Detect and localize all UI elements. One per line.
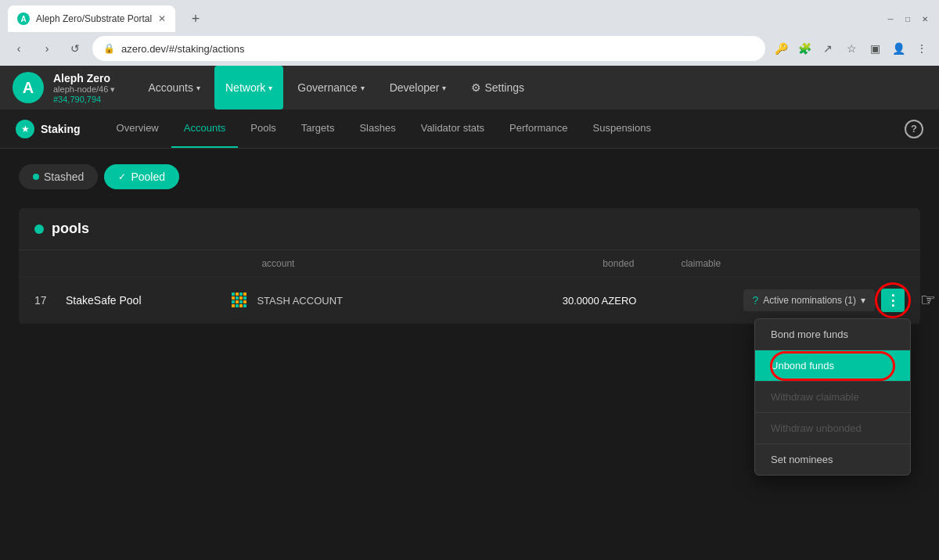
staking-nav: ★ Staking Overview Accounts Pools Target… bbox=[0, 109, 939, 149]
pooled-check: ✓ bbox=[118, 171, 126, 182]
svg-rect-10 bbox=[239, 300, 243, 303]
url-text: azero.dev/#/staking/actions bbox=[121, 43, 754, 55]
svg-rect-2 bbox=[239, 293, 243, 296]
refresh-button[interactable]: ↺ bbox=[64, 38, 86, 59]
svg-rect-4 bbox=[232, 296, 235, 300]
account-info: Aleph Zero aleph-node/46 ▾ #34,790,794 bbox=[53, 72, 115, 104]
account-sub[interactable]: aleph-node/46 ▾ bbox=[53, 84, 115, 95]
staking-icon: ★ bbox=[16, 120, 34, 138]
extensions-icon[interactable]: 🧩 bbox=[795, 39, 814, 58]
nominations-help-icon: ? bbox=[753, 294, 759, 307]
svg-rect-0 bbox=[232, 293, 235, 296]
new-tab-button[interactable]: + bbox=[185, 8, 207, 30]
staking-nav-overview[interactable]: Overview bbox=[104, 109, 171, 148]
pool-menu-button[interactable]: ⋮ bbox=[881, 289, 905, 312]
nav-network[interactable]: Network ▾ bbox=[214, 66, 283, 109]
staking-nav-validator-stats[interactable]: Validator stats bbox=[408, 109, 497, 148]
staking-nav-accounts[interactable]: Accounts bbox=[171, 109, 238, 148]
account-block: #34,790,794 bbox=[53, 95, 115, 104]
nominations-button[interactable]: ? Active nominations (1) ▾ bbox=[743, 289, 876, 311]
tab-favicon: A bbox=[17, 13, 30, 25]
pools-col-headers: account bonded claimable bbox=[19, 250, 920, 278]
share-icon[interactable]: ↗ bbox=[818, 39, 837, 58]
accounts-arrow: ▾ bbox=[196, 84, 200, 92]
pool-name: StakeSafe Pool bbox=[66, 294, 228, 307]
nominations-arrow-icon: ▾ bbox=[861, 295, 865, 306]
cursor-hand-icon: ☞ bbox=[920, 290, 936, 311]
dropdown-withdraw-unbonded: Withdraw unbonded bbox=[755, 413, 910, 444]
security-icon: 🔒 bbox=[103, 43, 115, 54]
pool-row: 17 StakeSafe Pool bbox=[19, 278, 920, 324]
developer-arrow: ▾ bbox=[442, 84, 446, 92]
pools-indicator bbox=[34, 224, 44, 234]
staking-nav-targets[interactable]: Targets bbox=[289, 109, 347, 148]
pools-title: pools bbox=[52, 221, 89, 237]
pools-section: pools account bonded claimable 17 StakeS… bbox=[19, 208, 920, 324]
nav-governance[interactable]: Governance ▾ bbox=[286, 66, 375, 109]
dropdown-bond-more[interactable]: Bond more funds bbox=[755, 319, 910, 350]
svg-rect-13 bbox=[236, 304, 239, 307]
staking-nav-slashes[interactable]: Slashes bbox=[347, 109, 408, 148]
governance-arrow: ▾ bbox=[361, 84, 365, 92]
tab-title: Aleph Zero/Substrate Portal bbox=[36, 13, 152, 24]
svg-rect-11 bbox=[243, 300, 246, 303]
menu-button-container: ⋮ bbox=[881, 289, 905, 312]
pool-account-icon bbox=[228, 289, 250, 311]
dropdown-unbond[interactable]: Unbond funds bbox=[755, 350, 910, 382]
url-bar[interactable]: 🔒 azero.dev/#/staking/actions bbox=[92, 36, 765, 61]
col-bonded-header: bonded bbox=[485, 258, 681, 269]
pool-account-label: STASH ACCOUNT bbox=[257, 295, 343, 307]
staking-label: Staking bbox=[41, 123, 81, 135]
minimize-button[interactable]: ─ bbox=[884, 13, 897, 25]
header-nav: Accounts ▾ Network ▾ Governance ▾ Develo… bbox=[137, 66, 535, 109]
pool-bonded: 30.0000 AZERO bbox=[473, 295, 660, 307]
pooled-button[interactable]: ✓ Pooled bbox=[104, 164, 179, 189]
main-content: Stashed ✓ Pooled pools account bonded cl… bbox=[0, 149, 939, 339]
stashed-dot bbox=[33, 174, 39, 180]
tab-close-button[interactable]: ✕ bbox=[158, 13, 166, 24]
close-button[interactable]: ✕ bbox=[919, 13, 931, 25]
maximize-button[interactable]: □ bbox=[901, 13, 914, 25]
account-name: Aleph Zero bbox=[53, 72, 115, 84]
forward-button[interactable]: › bbox=[36, 38, 58, 59]
svg-rect-9 bbox=[236, 300, 239, 303]
toggle-group: Stashed ✓ Pooled bbox=[19, 164, 920, 189]
svg-rect-15 bbox=[243, 304, 246, 307]
staking-nav-performance[interactable]: Performance bbox=[497, 109, 580, 148]
svg-rect-7 bbox=[243, 296, 246, 300]
staking-nav-suspensions[interactable]: Suspensions bbox=[581, 109, 664, 148]
nav-developer[interactable]: Developer ▾ bbox=[379, 66, 458, 109]
svg-rect-3 bbox=[243, 293, 246, 296]
back-button[interactable]: ‹ bbox=[8, 38, 30, 59]
dropdown-set-nominees[interactable]: Set nominees bbox=[755, 444, 910, 475]
stashed-button[interactable]: Stashed bbox=[19, 164, 98, 189]
browser-tab[interactable]: A Aleph Zero/Substrate Portal ✕ bbox=[8, 5, 175, 32]
sidebar-icon[interactable]: ▣ bbox=[865, 39, 884, 58]
app-header: A Aleph Zero aleph-node/46 ▾ #34,790,794… bbox=[0, 66, 939, 109]
bookmark-icon[interactable]: ☆ bbox=[842, 39, 861, 58]
svg-rect-6 bbox=[239, 296, 243, 300]
svg-rect-1 bbox=[236, 293, 239, 296]
network-arrow: ▾ bbox=[268, 84, 272, 92]
address-bar: ‹ › ↺ 🔒 azero.dev/#/staking/actions 🔑 🧩 … bbox=[0, 31, 939, 66]
password-manager-icon[interactable]: 🔑 bbox=[772, 39, 790, 58]
nav-settings[interactable]: ⚙ Settings bbox=[460, 66, 535, 109]
staking-nav-pools[interactable]: Pools bbox=[238, 109, 289, 148]
pool-actions: ? Active nominations (1) ▾ ⋮ ☞ Bond mo bbox=[742, 289, 905, 312]
nav-accounts[interactable]: Accounts ▾ bbox=[137, 66, 211, 109]
dropdown-menu: Bond more funds Unbond funds Withdraw cl… bbox=[754, 318, 911, 476]
dropdown-withdraw-claimable: Withdraw claimable bbox=[755, 382, 910, 413]
pools-header: pools bbox=[19, 208, 920, 250]
help-button[interactable]: ? bbox=[905, 120, 923, 138]
app-logo[interactable]: A bbox=[13, 72, 44, 103]
profile-icon[interactable]: 👤 bbox=[889, 39, 908, 58]
pool-account: STASH ACCOUNT bbox=[228, 289, 473, 311]
pool-row-container: 17 StakeSafe Pool bbox=[19, 278, 920, 324]
col-claimable-header: claimable bbox=[681, 258, 755, 269]
svg-rect-12 bbox=[232, 304, 235, 307]
staking-nav-items: Overview Accounts Pools Targets Slashes … bbox=[104, 109, 664, 148]
svg-rect-8 bbox=[232, 300, 235, 303]
pool-number: 17 bbox=[34, 294, 66, 307]
col-account-header: account bbox=[214, 258, 485, 269]
menu-icon[interactable]: ⋮ bbox=[912, 39, 931, 58]
